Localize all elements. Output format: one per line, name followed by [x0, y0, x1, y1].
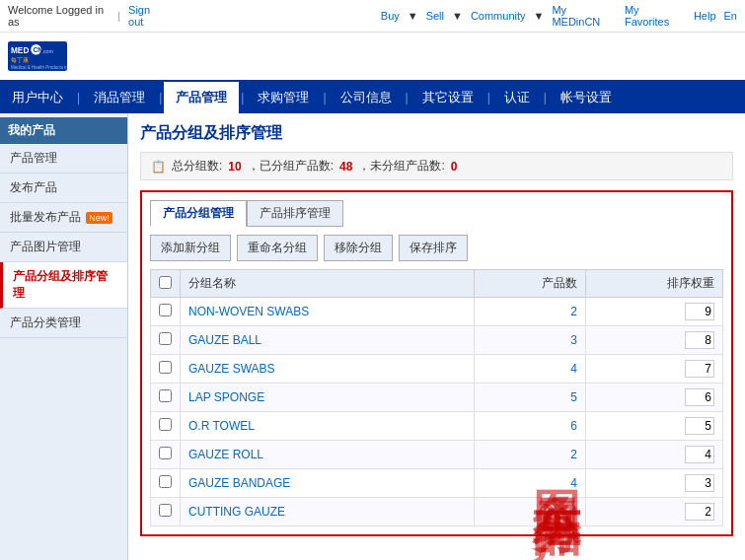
table-row: GAUZE BANDAGE 4 — [151, 469, 723, 498]
row-name[interactable]: LAP SPONGE — [181, 384, 475, 412]
sidebar-item-category-mgmt[interactable]: 产品分类管理 — [0, 309, 127, 338]
row-checkbox[interactable] — [159, 389, 172, 402]
rank-input[interactable] — [685, 331, 714, 349]
main-nav: 用户中心 | 消品管理 | 产品管理 | 求购管理 | 公司信息 | 其它设置 … — [0, 82, 745, 113]
nav-account-settings[interactable]: 帐号设置 — [549, 82, 624, 113]
row-checkbox[interactable] — [159, 475, 172, 488]
remove-group-button[interactable]: 移除分组 — [324, 235, 393, 261]
row-checkbox[interactable] — [159, 332, 172, 345]
row-count: 4 — [474, 469, 585, 498]
row-rank[interactable] — [586, 326, 723, 355]
rank-input[interactable] — [685, 474, 714, 492]
row-count: 4 — [474, 355, 585, 384]
row-name[interactable]: NON-WOVEN SWABS — [181, 298, 475, 326]
sidebar: 我的产品 产品管理 发布产品 批量发布产品 New! 产品图片管理 产品分组及排… — [0, 113, 128, 560]
nav-company-info[interactable]: 公司信息 — [329, 82, 404, 113]
new-badge: New! — [86, 212, 112, 224]
help-link[interactable]: Help — [694, 10, 716, 22]
tab-sort-mgmt[interactable]: 产品排序管理 — [247, 200, 343, 227]
rank-input[interactable] — [685, 417, 714, 435]
nav-other-settings[interactable]: 其它设置 — [410, 82, 485, 113]
row-name[interactable]: GAUZE ROLL — [181, 441, 475, 469]
row-rank[interactable] — [586, 441, 723, 469]
sidebar-item-image-mgmt[interactable]: 产品图片管理 — [0, 233, 127, 262]
stats-total: 10 — [228, 160, 241, 174]
row-checkbox[interactable] — [159, 361, 172, 374]
row-count: 2 — [474, 441, 585, 469]
rank-input[interactable] — [685, 360, 714, 378]
nav-xiao-pin[interactable]: 消品管理 — [82, 82, 157, 113]
row-checkbox[interactable] — [159, 418, 172, 431]
svg-text:Medical & Health Products in C: Medical & Health Products in China — [11, 65, 67, 70]
sidebar-item-product-mgmt[interactable]: 产品管理 — [0, 144, 127, 174]
sell-link[interactable]: Sell — [426, 10, 444, 22]
svg-text:MED: MED — [11, 46, 29, 55]
row-name[interactable]: GAUZE SWABS — [181, 355, 475, 384]
en-link[interactable]: En — [724, 10, 737, 22]
tab-group-mgmt[interactable]: 产品分组管理 — [150, 200, 247, 227]
logo-bar: MED CN 每丁康 .com Medical & Health Product… — [0, 33, 745, 82]
col-header-checkbox — [151, 270, 181, 298]
mymedinc-link[interactable]: My MEDinCN — [552, 4, 617, 28]
row-checkbox-cell[interactable] — [151, 469, 181, 498]
row-checkbox-cell[interactable] — [151, 384, 181, 412]
row-name[interactable]: GAUZE BANDAGE — [181, 469, 475, 498]
tab-container: 产品分组管理 产品排序管理 添加新分组 重命名分组 移除分组 保存排序 — [140, 190, 733, 536]
col-header-rank: 排序权重 — [586, 270, 723, 298]
nav-product-mgmt[interactable]: 产品管理 — [164, 82, 239, 113]
stats-mid1: ，已分组产品数: — [248, 158, 334, 175]
add-group-button[interactable]: 添加新分组 — [150, 235, 231, 261]
row-checkbox-cell[interactable] — [151, 298, 181, 326]
row-rank[interactable] — [586, 298, 723, 326]
stats-prefix: 总分组数: — [172, 158, 222, 175]
rank-input[interactable] — [685, 388, 714, 406]
rank-input[interactable] — [685, 303, 714, 320]
row-count: 2 — [474, 298, 585, 326]
nav-purchase-mgmt[interactable]: 求购管理 — [246, 82, 321, 113]
row-checkbox[interactable] — [159, 304, 172, 316]
nav-auth[interactable]: 认证 — [492, 82, 542, 113]
row-count: 6 — [474, 412, 585, 441]
buy-link[interactable]: Buy — [381, 10, 400, 22]
row-name[interactable]: GAUZE BALL — [181, 326, 475, 355]
tabs: 产品分组管理 产品排序管理 — [150, 200, 723, 227]
row-rank[interactable] — [586, 384, 723, 412]
table-row: O.R TOWEL 6 — [151, 412, 723, 441]
community-link[interactable]: Community — [471, 10, 526, 22]
signout-link[interactable]: Sign out — [128, 4, 168, 28]
row-rank[interactable] — [586, 498, 723, 526]
row-checkbox-cell[interactable] — [151, 441, 181, 469]
row-name[interactable]: CUTTING GAUZE — [181, 498, 475, 526]
main-content: 产品分组及排序管理 📋 总分组数: 10 ，已分组产品数: 48 ，未分组产品数… — [128, 113, 745, 560]
save-sort-button[interactable]: 保存排序 — [399, 235, 468, 261]
top-bar: Welcome Logged in as | Sign out Buy ▼ Se… — [0, 0, 745, 33]
rank-input[interactable] — [685, 503, 714, 521]
row-checkbox[interactable] — [159, 447, 172, 459]
sidebar-item-batch-publish[interactable]: 批量发布产品 New! — [0, 203, 127, 233]
col-header-count: 产品数 — [474, 270, 585, 298]
col-header-name: 分组名称 — [181, 270, 475, 298]
row-checkbox-cell[interactable] — [151, 326, 181, 355]
row-checkbox-cell[interactable] — [151, 355, 181, 384]
select-all-checkbox[interactable] — [159, 276, 172, 289]
sidebar-title: 我的产品 — [0, 117, 127, 144]
rename-group-button[interactable]: 重命名分组 — [237, 235, 318, 261]
logo-svg: MED CN 每丁康 .com Medical & Health Product… — [8, 38, 67, 74]
nav-user-center[interactable]: 用户中心 — [0, 82, 75, 113]
row-rank[interactable] — [586, 412, 723, 441]
row-name[interactable]: O.R TOWEL — [181, 412, 475, 441]
row-rank[interactable] — [586, 355, 723, 384]
stats-ungrouped: 0 — [451, 160, 458, 174]
table-row: GAUZE BALL 3 — [151, 326, 723, 355]
row-count: 5 — [474, 384, 585, 412]
favorites-link[interactable]: My Favorites — [625, 4, 686, 28]
sidebar-item-group-mgmt[interactable]: 产品分组及排序管理 — [0, 262, 127, 309]
sidebar-item-publish-product[interactable]: 发布产品 — [0, 174, 127, 203]
logo[interactable]: MED CN 每丁康 .com Medical & Health Product… — [8, 38, 71, 74]
table-row: GAUZE SWABS 4 — [151, 355, 723, 384]
row-rank[interactable] — [586, 469, 723, 498]
row-checkbox-cell[interactable] — [151, 498, 181, 526]
rank-input[interactable] — [685, 446, 714, 463]
row-checkbox[interactable] — [159, 504, 172, 517]
row-checkbox-cell[interactable] — [151, 412, 181, 441]
